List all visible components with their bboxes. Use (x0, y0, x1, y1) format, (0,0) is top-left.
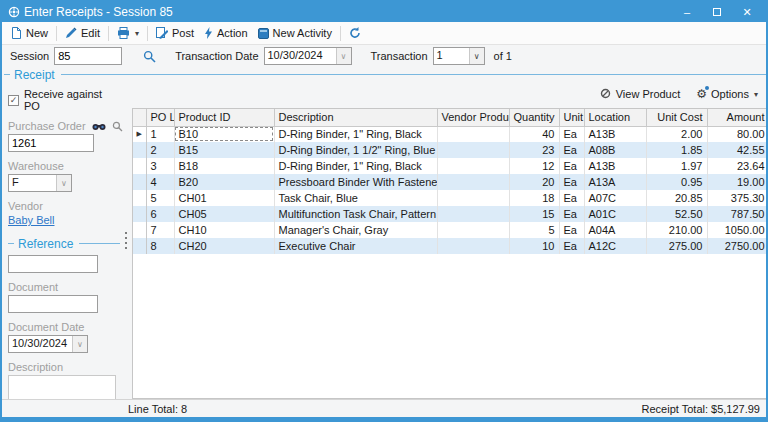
cell-unit_cost[interactable]: 0.95 (646, 174, 707, 190)
cell-po_line[interactable]: 2 (146, 142, 174, 158)
row-selector-cell[interactable] (133, 238, 146, 254)
table-row[interactable]: 6CH05Multifunction Task Chair, Pattern G… (133, 206, 766, 222)
column-header-unit_cost[interactable]: Unit Cost (646, 109, 707, 126)
cell-quantity[interactable]: 40 (509, 126, 559, 142)
cell-product_id[interactable]: B10 (174, 126, 274, 142)
cell-product_id[interactable]: B18 (174, 158, 274, 174)
cell-product_id[interactable]: CH01 (174, 190, 274, 206)
cell-vendor_product[interactable] (437, 142, 509, 158)
cell-unit_cost[interactable]: 52.50 (646, 206, 707, 222)
cell-po_line[interactable]: 5 (146, 190, 174, 206)
table-row[interactable]: 2B15D-Ring Binder, 1 1/2" Ring, Blue23Ea… (133, 142, 766, 158)
cell-amount[interactable]: 787.50 (707, 206, 766, 222)
cell-po_line[interactable]: 1 (146, 126, 174, 142)
column-header-location[interactable]: Location (584, 109, 646, 126)
cell-location[interactable]: A07C (584, 190, 646, 206)
cell-quantity[interactable]: 12 (509, 158, 559, 174)
new-activity-button[interactable]: New Activity (253, 25, 337, 41)
cell-product_id[interactable]: CH05 (174, 206, 274, 222)
cell-amount[interactable]: 2750.00 (707, 238, 766, 254)
cell-description[interactable]: D-Ring Binder, 1 1/2" Ring, Blue (274, 142, 437, 158)
options-button[interactable]: ⚙ Options ▾ (696, 88, 758, 100)
table-row[interactable]: 3B18D-Ring Binder, 1" Ring, Black12EaA13… (133, 158, 766, 174)
panel-splitter[interactable] (120, 82, 132, 399)
table-row[interactable]: 8CH20Executive Chair10EaA12C275.002750.0… (133, 238, 766, 254)
column-header-po_line[interactable]: PO Line (146, 109, 174, 126)
print-caret-icon[interactable]: ▾ (135, 29, 139, 38)
session-input[interactable] (54, 47, 122, 65)
warehouse-select[interactable]: F ∨ (8, 174, 72, 192)
cell-amount[interactable]: 375.30 (707, 190, 766, 206)
transaction-date-select[interactable]: 10/30/2024 ∨ (264, 47, 352, 65)
cell-unit_cost[interactable]: 210.00 (646, 222, 707, 238)
maximize-icon[interactable] (702, 3, 732, 21)
edit-button[interactable]: Edit (60, 25, 105, 41)
binoculars-icon[interactable] (92, 121, 106, 131)
cell-amount[interactable]: 1050.00 (707, 222, 766, 238)
cell-description[interactable]: D-Ring Binder, 1" Ring, Black (274, 126, 437, 142)
table-row[interactable]: 7CH10Manager's Chair, Gray5EaA04A210.001… (133, 222, 766, 238)
cell-vendor_product[interactable] (437, 126, 509, 142)
cell-location[interactable]: A13B (584, 126, 646, 142)
minimize-icon[interactable]: – (672, 3, 702, 21)
row-selector-cell[interactable] (133, 222, 146, 238)
document-input[interactable] (8, 295, 98, 313)
transaction-select[interactable]: 1 ∨ (433, 47, 485, 65)
cell-vendor_product[interactable] (437, 206, 509, 222)
cell-description[interactable]: Multifunction Task Chair, Pattern Gray .… (274, 206, 437, 222)
row-selector-cell[interactable] (133, 142, 146, 158)
print-button[interactable]: ▾ (112, 25, 144, 41)
cell-unit[interactable]: Ea (559, 126, 584, 142)
cell-location[interactable]: A04A (584, 222, 646, 238)
cell-location[interactable]: A12C (584, 238, 646, 254)
row-selector-cell[interactable] (133, 190, 146, 206)
cell-description[interactable]: Executive Chair (274, 238, 437, 254)
cell-description[interactable]: Task Chair, Blue (274, 190, 437, 206)
cell-amount[interactable]: 42.55 (707, 142, 766, 158)
cell-po_line[interactable]: 4 (146, 174, 174, 190)
row-selector-cell[interactable] (133, 206, 146, 222)
cell-unit[interactable]: Ea (559, 158, 584, 174)
row-selector-cell[interactable]: ▶ (133, 126, 146, 142)
session-search-icon[interactable] (143, 50, 156, 63)
cell-quantity[interactable]: 5 (509, 222, 559, 238)
cell-location[interactable]: A13A (584, 174, 646, 190)
cell-amount[interactable]: 23.64 (707, 158, 766, 174)
document-date-select[interactable]: 10/30/2024 ∨ (8, 335, 88, 353)
post-button[interactable]: Post (151, 25, 199, 41)
reference-input[interactable] (8, 255, 98, 273)
cell-unit_cost[interactable]: 20.85 (646, 190, 707, 206)
cell-vendor_product[interactable] (437, 174, 509, 190)
cell-unit[interactable]: Ea (559, 206, 584, 222)
view-product-button[interactable]: View Product (600, 88, 681, 100)
column-header-vendor_product[interactable]: Vendor Product (437, 109, 509, 126)
cell-product_id[interactable]: B20 (174, 174, 274, 190)
cell-unit[interactable]: Ea (559, 238, 584, 254)
cell-unit_cost[interactable]: 275.00 (646, 238, 707, 254)
row-selector-header[interactable] (133, 109, 146, 126)
table-row[interactable]: 4B20Pressboard Binder With Fastener20EaA… (133, 174, 766, 190)
cell-vendor_product[interactable] (437, 222, 509, 238)
cell-product_id[interactable]: CH10 (174, 222, 274, 238)
row-selector-cell[interactable] (133, 158, 146, 174)
cell-product_id[interactable]: B15 (174, 142, 274, 158)
receive-against-po-checkbox[interactable]: ✓ Receive against PO (8, 88, 120, 112)
cell-unit[interactable]: Ea (559, 222, 584, 238)
cell-amount[interactable]: 19.00 (707, 174, 766, 190)
cell-quantity[interactable]: 20 (509, 174, 559, 190)
cell-unit[interactable]: Ea (559, 174, 584, 190)
close-icon[interactable]: ✕ (732, 3, 762, 21)
column-header-amount[interactable]: Amount (707, 109, 766, 126)
cell-vendor_product[interactable] (437, 158, 509, 174)
cell-location[interactable]: A13B (584, 158, 646, 174)
cell-description[interactable]: Manager's Chair, Gray (274, 222, 437, 238)
cell-po_line[interactable]: 8 (146, 238, 174, 254)
cell-quantity[interactable]: 10 (509, 238, 559, 254)
cell-vendor_product[interactable] (437, 238, 509, 254)
cell-unit_cost[interactable]: 1.97 (646, 158, 707, 174)
column-header-description[interactable]: Description (274, 109, 437, 126)
purchase-order-input[interactable] (8, 134, 94, 152)
cell-po_line[interactable]: 6 (146, 206, 174, 222)
action-button[interactable]: Action (199, 25, 253, 41)
column-header-unit[interactable]: Unit (559, 109, 584, 126)
